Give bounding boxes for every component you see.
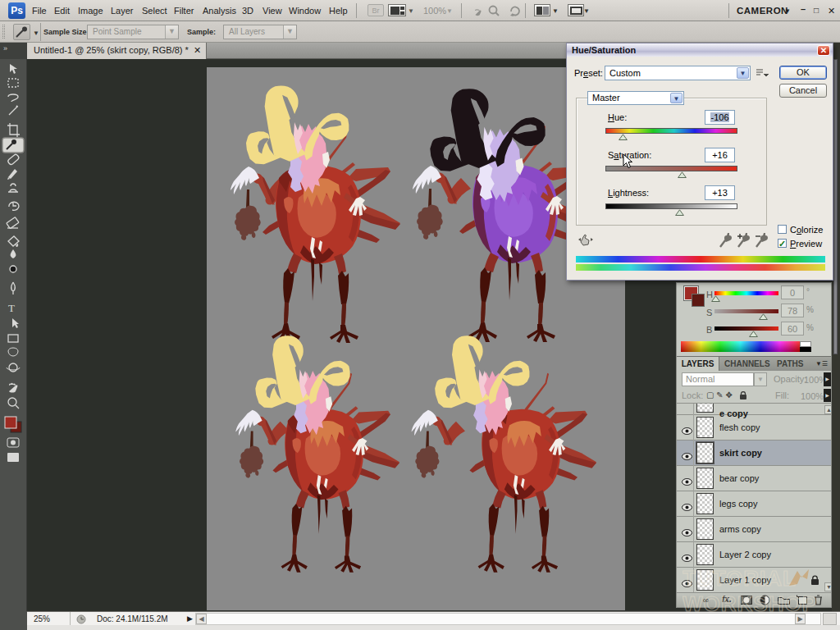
svg-text:T: T: [8, 302, 15, 314]
